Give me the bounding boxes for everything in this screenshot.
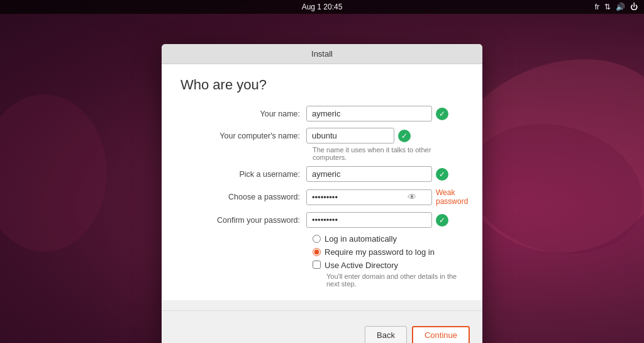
username-row: Pick a username: ✓ [180,166,464,182]
username-check-icon: ✓ [436,168,448,181]
username-label: Pick a username: [180,170,306,179]
dialog-footer: Back Continue [162,318,482,343]
auto-login-row: Log in automatically [313,234,464,244]
username-input[interactable] [306,166,432,182]
computer-name-input[interactable] [306,128,394,143]
active-directory-hint: You'll enter domain and other details in… [326,273,464,288]
username-input-wrap: ✓ [306,166,448,182]
password-eye-icon[interactable]: 👁 [408,192,416,202]
auto-login-radio[interactable] [313,235,321,243]
password-strength-label: Weak password [436,188,468,206]
page-heading: Who are you? [180,77,464,93]
topbar-datetime: Aug 1 20:45 [302,3,343,11]
your-name-input[interactable] [306,106,432,121]
confirm-password-label: Confirm your password: [180,216,306,225]
your-name-label: Your name: [180,110,306,118]
back-button[interactable]: Back [365,326,407,343]
dialog-titlebar: Install [162,44,482,64]
your-name-row: Your name: ✓ [180,106,464,121]
active-directory-checkbox[interactable] [313,261,321,269]
computer-name-label: Your computer's name: [180,132,306,140]
computer-name-hint: The name it uses when it talks to other … [306,146,464,161]
your-name-check-icon: ✓ [436,108,448,120]
password-row: Choose a password: 👁 Weak password [180,188,464,206]
password-input-wrap: 👁 Weak password [306,188,468,206]
require-password-row: Require my password to log in [313,247,464,257]
active-directory-row: Use Active Directory [313,261,464,270]
topbar: Aug 1 20:45 fr ⇅ 🔊 ⏻ [0,0,644,14]
computer-name-input-wrap: ✓ [306,128,411,143]
confirm-password-input[interactable] [306,212,432,228]
power-icon: ⏻ [630,3,638,11]
require-password-label: Require my password to log in [325,247,435,257]
confirm-password-check-icon: ✓ [436,214,448,227]
install-dialog: Install Who are you? Your name: ✓ Your c… [162,44,482,343]
dialog-separator [162,310,482,311]
topbar-lang: fr [595,3,599,11]
password-label: Choose a password: [180,193,306,201]
radio-section: Log in automatically Require my password… [306,234,464,288]
computer-name-check-icon: ✓ [398,130,411,142]
network-icon: ⇅ [604,3,611,11]
confirm-password-input-wrap: ✓ [306,212,448,228]
require-password-radio[interactable] [313,248,321,256]
dialog-title: Install [311,49,333,59]
auto-login-label: Log in automatically [325,234,397,244]
dialog-body: Who are you? Your name: ✓ Your computer'… [162,64,482,300]
your-name-input-wrap: ✓ [306,106,448,121]
computer-name-row: Your computer's name: ✓ [180,128,464,143]
active-directory-label: Use Active Directory [325,261,398,270]
confirm-password-row: Confirm your password: ✓ [180,212,464,228]
continue-button[interactable]: Continue [412,326,470,343]
sound-icon: 🔊 [616,3,625,11]
